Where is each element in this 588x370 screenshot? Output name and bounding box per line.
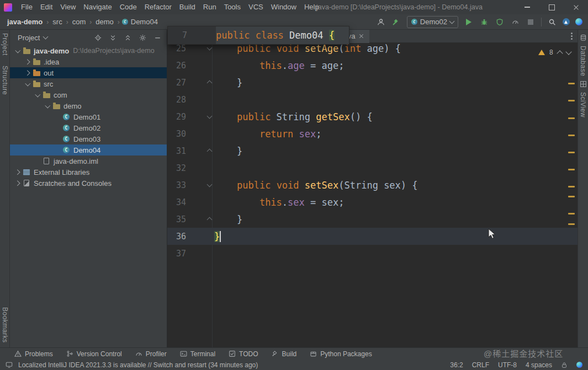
tree-item[interactable]: External Libraries bbox=[10, 167, 167, 178]
tree-item[interactable]: Demo03 bbox=[10, 133, 167, 144]
code-line[interactable]: 28 bbox=[167, 91, 578, 108]
tree-item[interactable]: .idea bbox=[10, 56, 167, 67]
warning-stripe-mark[interactable] bbox=[568, 135, 575, 136]
line-number[interactable]: 31 bbox=[167, 142, 186, 159]
line-number[interactable]: 35 bbox=[167, 211, 186, 228]
menu-item-tools[interactable]: Tools bbox=[220, 0, 245, 14]
menu-item-file[interactable]: File bbox=[17, 0, 36, 14]
tool-button-todo[interactable]: TODO bbox=[229, 350, 258, 358]
tree-expander[interactable] bbox=[43, 105, 52, 108]
line-number[interactable]: 29 bbox=[167, 108, 186, 125]
tool-window-switcher-icon[interactable] bbox=[6, 361, 13, 368]
tool-stripe-database[interactable]: Database bbox=[579, 46, 587, 76]
collapseall-icon[interactable] bbox=[124, 34, 131, 41]
code-line[interactable]: 30 return sex; bbox=[167, 125, 578, 142]
next-warning-icon[interactable] bbox=[565, 49, 571, 55]
line-number[interactable]: 37 bbox=[167, 245, 186, 262]
line-number[interactable]: 27 bbox=[167, 74, 186, 91]
encoding[interactable]: UTF-8 bbox=[498, 361, 517, 369]
fold-marker[interactable] bbox=[205, 176, 214, 194]
minus-icon[interactable] bbox=[154, 34, 161, 41]
fold-marker[interactable] bbox=[205, 108, 214, 125]
tree-expander[interactable] bbox=[23, 83, 32, 85]
maximize-button[interactable] bbox=[539, 0, 564, 14]
menu-item-refactor[interactable]: Refactor bbox=[141, 0, 176, 14]
code-line[interactable]: 35 } bbox=[167, 211, 578, 228]
tree-expander[interactable] bbox=[13, 181, 22, 185]
tool-button-build[interactable]: Build bbox=[272, 350, 297, 358]
tab-close-icon[interactable] bbox=[359, 34, 364, 39]
lock-icon[interactable] bbox=[561, 362, 568, 368]
warning-stripe-mark[interactable] bbox=[568, 223, 575, 225]
run-button[interactable] bbox=[464, 17, 474, 27]
code-line[interactable]: 32 bbox=[167, 159, 578, 176]
tool-button-version-control[interactable]: Version Control bbox=[66, 350, 122, 358]
line-number[interactable]: 26 bbox=[167, 57, 186, 74]
breadcrumb-item[interactable]: Demo04 bbox=[129, 17, 160, 26]
tree-item[interactable]: Demo01 bbox=[10, 111, 167, 122]
update-icon[interactable] bbox=[563, 18, 570, 25]
tool-stripe-bookmarks[interactable]: Bookmarks bbox=[1, 307, 9, 343]
warning-stripe-mark[interactable] bbox=[568, 213, 575, 215]
menu-item-build[interactable]: Build bbox=[176, 0, 199, 14]
grid-icon[interactable] bbox=[580, 81, 587, 88]
search-everywhere-icon[interactable] bbox=[547, 17, 557, 27]
tree-expander[interactable] bbox=[13, 50, 22, 52]
tree-item[interactable]: out bbox=[10, 67, 167, 78]
profile-icon[interactable] bbox=[376, 17, 386, 27]
code-line[interactable]: 34 this.sex = sex; bbox=[167, 194, 578, 211]
breadcrumb-item[interactable]: java-demo bbox=[6, 17, 44, 26]
tab-options-icon[interactable] bbox=[571, 33, 578, 40]
menu-item-vcs[interactable]: VCS bbox=[245, 0, 267, 14]
tree-item[interactable]: Scratches and Consoles bbox=[10, 178, 167, 189]
coverage-button[interactable] bbox=[495, 17, 505, 27]
breadcrumb-item[interactable]: com bbox=[71, 17, 88, 26]
line-number[interactable]: 33 bbox=[167, 176, 186, 194]
expandall-icon[interactable] bbox=[109, 34, 116, 41]
menu-item-code[interactable]: Code bbox=[116, 0, 141, 14]
tree-expander[interactable] bbox=[33, 94, 42, 96]
warning-stripe-mark[interactable] bbox=[568, 117, 575, 119]
code-line[interactable]: 27 } bbox=[167, 74, 578, 91]
line-number[interactable]: 34 bbox=[167, 194, 186, 211]
tree-item[interactable]: java-demo.iml bbox=[10, 155, 167, 167]
menu-item-navigate[interactable]: Navigate bbox=[80, 0, 115, 14]
tree-item[interactable]: Demo02 bbox=[10, 122, 167, 133]
debug-button[interactable] bbox=[479, 17, 489, 27]
warning-stripe-mark[interactable] bbox=[568, 100, 575, 101]
close-button[interactable] bbox=[564, 0, 588, 14]
line-number[interactable]: 30 bbox=[167, 125, 186, 142]
tree-item[interactable]: demo bbox=[10, 100, 167, 111]
status-message[interactable]: Localized IntelliJ IDEA 2021.3.3 is avai… bbox=[18, 361, 258, 369]
tool-button-python-packages[interactable]: Python Packages bbox=[310, 350, 372, 358]
line-ending[interactable]: CRLF bbox=[472, 361, 489, 369]
tool-button-profiler[interactable]: Profiler bbox=[135, 350, 167, 358]
tool-stripe-structure[interactable]: Structure bbox=[1, 66, 9, 95]
breadcrumb-item[interactable]: demo bbox=[94, 17, 115, 26]
caret-position[interactable]: 36:2 bbox=[450, 361, 463, 369]
fold-marker[interactable] bbox=[205, 74, 214, 91]
inspections-widget[interactable]: 8 bbox=[538, 49, 571, 56]
warning-stripe-mark[interactable] bbox=[568, 169, 575, 170]
breadcrumb-item[interactable]: src bbox=[51, 17, 63, 26]
warning-stripe-mark[interactable] bbox=[568, 152, 575, 153]
line-number[interactable]: 28 bbox=[167, 91, 186, 108]
minimize-button[interactable] bbox=[515, 0, 539, 14]
warning-stripe-mark[interactable] bbox=[568, 186, 575, 187]
code-line[interactable]: 29 public String getSex() { bbox=[167, 108, 578, 125]
menu-item-view[interactable]: View bbox=[56, 0, 80, 14]
db-icon[interactable] bbox=[580, 34, 587, 41]
tree-item[interactable]: java-demoD:\IdeaProjects\java-demo bbox=[10, 45, 167, 56]
gear-icon[interactable] bbox=[139, 34, 146, 41]
menu-item-run[interactable]: Run bbox=[199, 0, 220, 14]
warning-stripe-mark[interactable] bbox=[568, 196, 575, 197]
tree-expander[interactable] bbox=[13, 170, 22, 174]
tree-item[interactable]: com bbox=[10, 89, 167, 100]
code-line[interactable]: 37 bbox=[167, 245, 578, 262]
profiler-button[interactable] bbox=[510, 17, 520, 27]
code-line[interactable]: 31 } bbox=[167, 142, 578, 159]
project-panel-title[interactable]: Project bbox=[18, 34, 40, 42]
line-number[interactable]: 32 bbox=[167, 159, 186, 176]
tree-expander[interactable] bbox=[23, 60, 32, 64]
chevron-down-icon[interactable] bbox=[43, 34, 49, 40]
